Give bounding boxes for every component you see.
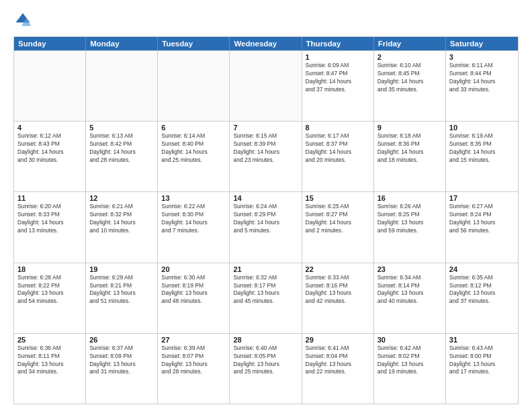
day-info: Sunrise: 6:29 AM Sunset: 8:21 PM Dayligh… — [89, 274, 154, 306]
day-info: Sunrise: 6:09 AM Sunset: 8:47 PM Dayligh… — [306, 62, 370, 94]
day-cell-3: 3Sunrise: 6:11 AM Sunset: 8:44 PM Daylig… — [446, 51, 518, 121]
week-row-5: 25Sunrise: 6:36 AM Sunset: 8:11 PM Dayli… — [14, 333, 518, 404]
day-info: Sunrise: 6:21 AM Sunset: 8:32 PM Dayligh… — [89, 203, 154, 235]
day-cell-10: 10Sunrise: 6:19 AM Sunset: 8:35 PM Dayli… — [446, 122, 518, 191]
day-number: 3 — [449, 53, 515, 61]
day-number: 4 — [17, 124, 82, 132]
day-cell-11: 11Sunrise: 6:20 AM Sunset: 8:33 PM Dayli… — [14, 192, 86, 262]
day-cell-24: 24Sunrise: 6:35 AM Sunset: 8:12 PM Dayli… — [446, 263, 518, 333]
day-cell-12: 12Sunrise: 6:21 AM Sunset: 8:32 PM Dayli… — [86, 192, 158, 262]
day-number: 17 — [449, 194, 515, 202]
day-number: 10 — [449, 124, 515, 132]
day-cell-17: 17Sunrise: 6:27 AM Sunset: 8:24 PM Dayli… — [446, 192, 518, 262]
day-info: Sunrise: 6:19 AM Sunset: 8:35 PM Dayligh… — [449, 132, 515, 165]
calendar: SundayMondayTuesdayWednesdayThursdayFrid… — [13, 36, 519, 404]
week-row-3: 11Sunrise: 6:20 AM Sunset: 8:33 PM Dayli… — [14, 191, 518, 262]
day-info: Sunrise: 6:11 AM Sunset: 8:44 PM Dayligh… — [449, 62, 515, 94]
day-info: Sunrise: 6:37 AM Sunset: 8:09 PM Dayligh… — [89, 345, 154, 377]
day-number: 2 — [378, 53, 442, 61]
day-number: 31 — [449, 336, 515, 344]
day-info: Sunrise: 6:10 AM Sunset: 8:45 PM Dayligh… — [378, 62, 442, 94]
empty-cell — [230, 51, 302, 121]
day-cell-8: 8Sunrise: 6:17 AM Sunset: 8:37 PM Daylig… — [302, 122, 374, 191]
day-info: Sunrise: 6:17 AM Sunset: 8:37 PM Dayligh… — [306, 132, 370, 165]
day-number: 7 — [233, 124, 298, 132]
day-info: Sunrise: 6:42 AM Sunset: 8:02 PM Dayligh… — [378, 345, 442, 377]
page: SundayMondayTuesdayWednesdayThursdayFrid… — [0, 0, 532, 411]
day-info: Sunrise: 6:25 AM Sunset: 8:27 PM Dayligh… — [306, 203, 370, 235]
day-info: Sunrise: 6:14 AM Sunset: 8:40 PM Dayligh… — [161, 132, 226, 165]
header-day-friday: Friday — [374, 37, 446, 50]
day-cell-27: 27Sunrise: 6:39 AM Sunset: 8:07 PM Dayli… — [158, 334, 230, 404]
day-number: 14 — [233, 194, 298, 202]
day-info: Sunrise: 6:35 AM Sunset: 8:12 PM Dayligh… — [449, 274, 515, 306]
week-row-1: 1Sunrise: 6:09 AM Sunset: 8:47 PM Daylig… — [14, 50, 518, 121]
day-cell-29: 29Sunrise: 6:41 AM Sunset: 8:04 PM Dayli… — [302, 334, 374, 404]
day-cell-28: 28Sunrise: 6:40 AM Sunset: 8:05 PM Dayli… — [230, 334, 302, 404]
header-day-thursday: Thursday — [302, 37, 374, 50]
day-number: 6 — [161, 124, 226, 132]
header-day-tuesday: Tuesday — [158, 37, 230, 50]
day-cell-30: 30Sunrise: 6:42 AM Sunset: 8:02 PM Dayli… — [374, 334, 446, 404]
day-number: 26 — [89, 336, 154, 344]
header-day-wednesday: Wednesday — [230, 37, 302, 50]
day-info: Sunrise: 6:13 AM Sunset: 8:42 PM Dayligh… — [89, 132, 154, 165]
day-number: 22 — [306, 265, 370, 273]
day-cell-1: 1Sunrise: 6:09 AM Sunset: 8:47 PM Daylig… — [302, 51, 374, 121]
day-info: Sunrise: 6:36 AM Sunset: 8:11 PM Dayligh… — [17, 345, 82, 377]
day-info: Sunrise: 6:15 AM Sunset: 8:39 PM Dayligh… — [233, 132, 298, 165]
day-info: Sunrise: 6:33 AM Sunset: 8:16 PM Dayligh… — [306, 274, 370, 306]
day-info: Sunrise: 6:20 AM Sunset: 8:33 PM Dayligh… — [17, 203, 82, 235]
day-cell-18: 18Sunrise: 6:28 AM Sunset: 8:22 PM Dayli… — [14, 263, 86, 333]
day-info: Sunrise: 6:24 AM Sunset: 8:29 PM Dayligh… — [233, 203, 298, 235]
day-number: 20 — [161, 265, 226, 273]
day-info: Sunrise: 6:34 AM Sunset: 8:14 PM Dayligh… — [378, 274, 442, 306]
day-cell-13: 13Sunrise: 6:22 AM Sunset: 8:30 PM Dayli… — [158, 192, 230, 262]
day-number: 8 — [306, 124, 370, 132]
week-row-2: 4Sunrise: 6:12 AM Sunset: 8:43 PM Daylig… — [14, 121, 518, 191]
week-row-4: 18Sunrise: 6:28 AM Sunset: 8:22 PM Dayli… — [14, 263, 518, 333]
header-day-saturday: Saturday — [446, 37, 518, 50]
day-info: Sunrise: 6:41 AM Sunset: 8:04 PM Dayligh… — [306, 345, 370, 377]
day-info: Sunrise: 6:39 AM Sunset: 8:07 PM Dayligh… — [161, 345, 226, 377]
day-number: 11 — [17, 194, 82, 202]
day-cell-15: 15Sunrise: 6:25 AM Sunset: 8:27 PM Dayli… — [302, 192, 374, 262]
calendar-header: SundayMondayTuesdayWednesdayThursdayFrid… — [14, 37, 518, 50]
empty-cell — [158, 51, 230, 121]
day-number: 5 — [89, 124, 154, 132]
header-day-monday: Monday — [86, 37, 158, 50]
logo-icon — [13, 11, 32, 30]
day-cell-6: 6Sunrise: 6:14 AM Sunset: 8:40 PM Daylig… — [158, 122, 230, 191]
day-cell-31: 31Sunrise: 6:43 AM Sunset: 8:00 PM Dayli… — [446, 334, 518, 404]
day-info: Sunrise: 6:30 AM Sunset: 8:19 PM Dayligh… — [161, 274, 226, 306]
day-number: 24 — [449, 265, 515, 273]
day-number: 1 — [306, 53, 370, 61]
day-number: 28 — [233, 336, 298, 344]
day-number: 12 — [89, 194, 154, 202]
day-cell-4: 4Sunrise: 6:12 AM Sunset: 8:43 PM Daylig… — [14, 122, 86, 191]
day-cell-19: 19Sunrise: 6:29 AM Sunset: 8:21 PM Dayli… — [86, 263, 158, 333]
header-day-sunday: Sunday — [14, 37, 86, 50]
day-info: Sunrise: 6:12 AM Sunset: 8:43 PM Dayligh… — [17, 132, 82, 165]
day-cell-9: 9Sunrise: 6:18 AM Sunset: 8:36 PM Daylig… — [374, 122, 446, 191]
calendar-body: 1Sunrise: 6:09 AM Sunset: 8:47 PM Daylig… — [14, 50, 518, 404]
day-cell-20: 20Sunrise: 6:30 AM Sunset: 8:19 PM Dayli… — [158, 263, 230, 333]
day-number: 9 — [378, 124, 442, 132]
day-cell-26: 26Sunrise: 6:37 AM Sunset: 8:09 PM Dayli… — [86, 334, 158, 404]
day-info: Sunrise: 6:28 AM Sunset: 8:22 PM Dayligh… — [17, 274, 82, 306]
day-number: 23 — [378, 265, 442, 273]
day-info: Sunrise: 6:40 AM Sunset: 8:05 PM Dayligh… — [233, 345, 298, 377]
day-cell-23: 23Sunrise: 6:34 AM Sunset: 8:14 PM Dayli… — [374, 263, 446, 333]
day-info: Sunrise: 6:43 AM Sunset: 8:00 PM Dayligh… — [449, 345, 515, 377]
day-number: 13 — [161, 194, 226, 202]
day-cell-16: 16Sunrise: 6:26 AM Sunset: 8:25 PM Dayli… — [374, 192, 446, 262]
day-number: 16 — [378, 194, 442, 202]
day-info: Sunrise: 6:18 AM Sunset: 8:36 PM Dayligh… — [378, 132, 442, 165]
day-number: 27 — [161, 336, 226, 344]
day-info: Sunrise: 6:32 AM Sunset: 8:17 PM Dayligh… — [233, 274, 298, 306]
day-info: Sunrise: 6:22 AM Sunset: 8:30 PM Dayligh… — [161, 203, 226, 235]
day-cell-2: 2Sunrise: 6:10 AM Sunset: 8:45 PM Daylig… — [374, 51, 446, 121]
day-number: 15 — [306, 194, 370, 202]
day-cell-7: 7Sunrise: 6:15 AM Sunset: 8:39 PM Daylig… — [230, 122, 302, 191]
empty-cell — [86, 51, 158, 121]
